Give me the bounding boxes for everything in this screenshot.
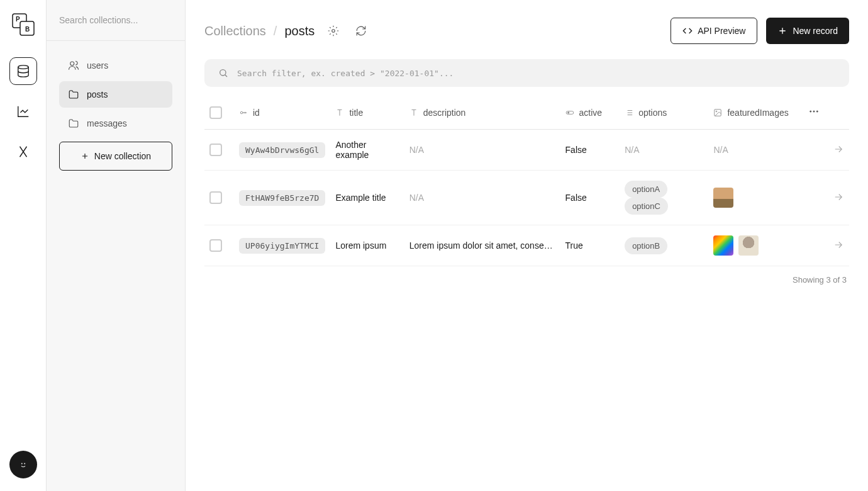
list-icon [625,108,633,117]
row-active: True [560,225,620,266]
row-id: WyAw4bDrvws6gGl [239,142,325,158]
row-options: optionAoptionC [620,171,708,225]
row-checkbox[interactable] [209,144,222,156]
refresh-button[interactable] [352,22,370,40]
row-active: False [560,171,620,225]
nav-collections[interactable] [9,57,37,85]
image-thumbnail[interactable] [738,235,759,256]
row-title: Example title [330,171,404,225]
key-icon [239,108,248,117]
svg-point-16 [813,111,815,112]
nav-settings[interactable] [9,138,37,166]
page-header: Collections / posts API Preview New reco… [204,18,849,44]
app-logo: P B [11,13,35,38]
column-header-featured-images[interactable]: featuredImages [708,96,803,130]
column-header-id[interactable]: id [234,96,330,130]
users-icon [68,60,79,71]
nav-logs[interactable] [9,98,37,125]
svg-point-10 [240,111,243,114]
svg-point-5 [21,463,22,464]
sidebar-item-label: messages [87,118,127,128]
table-row[interactable]: FtHAW9feB5rze7DExample titleN/AFalseopti… [204,171,849,225]
svg-point-9 [220,70,226,76]
column-header-title[interactable]: title [330,96,404,130]
text-icon [409,108,418,117]
collection-settings-button[interactable] [325,22,342,40]
svg-point-6 [24,463,25,464]
chart-icon [16,104,30,118]
search-icon [218,68,228,78]
svg-point-8 [332,30,335,33]
image-thumbnail[interactable] [713,235,733,256]
row-checkbox[interactable] [209,191,222,204]
support-button[interactable] [9,451,37,478]
sidebar-item-label: users [87,60,108,71]
svg-text:P: P [16,16,20,23]
toggle-icon [565,108,574,117]
new-record-button[interactable]: New record [766,18,849,44]
row-featured-images [708,225,803,266]
column-header-active[interactable]: active [560,96,620,130]
column-header-description[interactable]: description [404,96,560,130]
api-preview-label: API Preview [698,26,745,36]
svg-rect-11 [566,111,574,114]
row-id: UP06yiygImYTMCI [239,238,325,254]
records-table: id title description active options feat… [204,96,849,266]
smile-icon [18,459,29,470]
plus-icon [777,26,787,36]
row-featured-images [708,171,803,225]
more-columns-button[interactable] [808,106,820,117]
image-icon [713,108,722,117]
breadcrumb-current: posts [284,24,314,38]
sidebar-search [47,0,185,41]
breadcrumb: Collections / posts [204,22,370,40]
gear-icon [328,25,339,37]
option-pill: optionC [625,198,668,215]
refresh-icon [355,25,367,37]
sidebar-item-label: posts [87,89,108,99]
row-active: False [560,130,620,171]
table-row[interactable]: UP06yiygImYTMCILorem ipsumLorem ipsum do… [204,225,849,266]
svg-point-15 [810,111,811,112]
row-id: FtHAW9feB5rze7D [239,190,325,206]
main-content: Collections / posts API Preview New reco… [186,0,868,491]
row-title: Another example [330,130,404,171]
breadcrumb-root[interactable]: Collections [204,24,266,38]
database-icon [16,64,30,78]
breadcrumb-separator: / [274,24,277,38]
new-collection-label: New collection [94,151,151,161]
sidebar-item-messages[interactable]: messages [59,110,172,137]
open-record-arrow[interactable] [833,144,844,155]
records-count: Showing 3 of 3 [204,266,849,293]
svg-point-4 [18,65,28,69]
sidebar: users posts messages New collection [47,0,186,491]
sidebar-item-users[interactable]: users [59,52,172,79]
sidebar-item-posts[interactable]: posts [59,81,172,108]
nav-rail: P B [0,0,47,491]
row-options: N/A [620,130,708,171]
api-preview-button[interactable]: API Preview [670,18,757,44]
filter-input[interactable] [237,69,835,78]
image-thumbnail[interactable] [713,188,733,208]
svg-text:B: B [25,26,30,33]
tools-icon [16,145,30,159]
select-all-checkbox[interactable] [209,106,222,119]
row-checkbox[interactable] [209,239,222,252]
code-icon [682,26,693,36]
plus-icon [81,152,89,161]
open-record-arrow[interactable] [833,191,844,203]
search-collections-input[interactable] [59,15,172,25]
row-description: Lorem ipsum dolor sit amet, consectetur … [404,225,560,266]
new-collection-button[interactable]: New collection [59,142,172,171]
row-featured-images: N/A [708,130,803,171]
svg-point-12 [567,111,569,113]
row-title: Lorem ipsum [330,225,404,266]
column-header-options[interactable]: options [620,96,708,130]
folder-icon [68,118,79,129]
filter-bar [204,59,849,87]
table-row[interactable]: WyAw4bDrvws6gGlAnother exampleN/AFalseN/… [204,130,849,171]
svg-point-17 [816,111,818,112]
open-record-arrow[interactable] [833,239,844,251]
row-options: optionB [620,225,708,266]
folder-icon [68,89,79,100]
